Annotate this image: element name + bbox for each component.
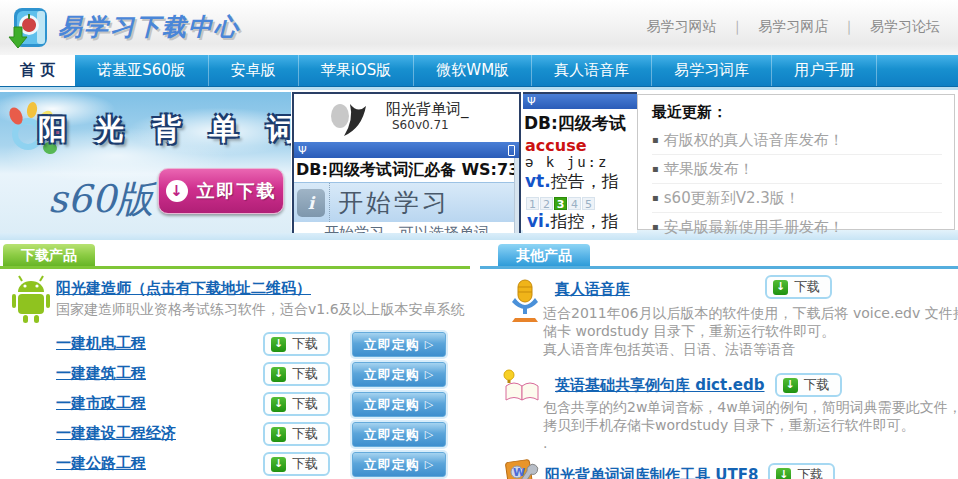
order-now-button[interactable]: 立即定购▷ [352,362,446,387]
download-button[interactable]: ↓下载 [263,452,330,476]
site-title: 易学习下载中心 [58,11,240,43]
download-button[interactable]: ↓下载 [263,392,330,416]
order-label: 立即定购 [364,426,420,444]
example-db-link[interactable]: 英语基础共享例句库 dict.edb [555,376,765,394]
main-nav: 首 页 诺基亚S60版 安卓版 苹果iOS版 微软WM版 真人语音库 易学习词库… [0,55,958,87]
item-link[interactable]: 一建市政工程 [56,394,146,413]
banner-title: 阳 光 背 单 词 [38,110,291,150]
phone2-db-line: DB:四级考试 [523,109,637,137]
download-button[interactable]: ↓下载 [263,332,330,356]
order-now-button[interactable]: 立即定购▷ [352,452,446,477]
tab-downloads[interactable]: 下载产品 [3,244,95,266]
link-website[interactable]: 易学习网站 [647,18,717,34]
update-item[interactable]: ▪有版权的真人语音库发布！ [652,126,942,155]
phone2-meaning-vt: vt.控告，指 [523,170,637,192]
bullet-icon: ▪ [652,192,659,203]
phone-screenshot-2: Ψ DB:四级考试 accuse ə k ju:z vt.控告，指 1 2 3 … [523,92,637,233]
nav-voice-library[interactable]: 真人语音库 [532,55,652,86]
book-lightbulb-icon [500,368,544,404]
product-description: 国家建造师职业资格考试练习软件，适合v1.6及以上版本安卓系统 [56,301,465,319]
order-now-button[interactable]: 立即定购▷ [352,422,446,447]
order-now-button[interactable]: 立即定购▷ [352,392,446,417]
download-arrow-icon: ↓ [271,427,286,442]
update-item[interactable]: ▪s60更新到V2.3版！ [652,184,942,213]
banner-row: 阳 光 背 单 词 s60版 ↓ 立即下载 阳光背单词_ S60v0.71 Ψ … [0,90,958,240]
pos-vi: vi. [527,211,550,231]
phone2-word: accuse [523,137,637,154]
dict-tool-link[interactable]: 阳光背单词词库制作工具 UTF8 [545,466,758,479]
order-label: 立即定购 [364,336,420,354]
order-label: 立即定购 [364,456,420,474]
download-arrow-icon: ↓ [776,468,791,479]
voice-library-link[interactable]: 真人语音库 [555,280,630,298]
download-now-label: 立即下载 [197,179,277,203]
download-button[interactable]: ↓下载 [765,275,832,299]
nav-dictionary[interactable]: 易学习词库 [652,55,772,86]
download-arrow-icon: ↓ [271,397,286,412]
download-button[interactable]: ↓下载 [775,373,842,397]
page-number-active[interactable]: 3 [554,197,567,210]
phone1-statusbar: Ψ [294,142,519,158]
update-text: 苹果版发布！ [664,160,754,178]
update-item[interactable]: ▪苹果版发布！ [652,155,942,184]
download-arrow-icon: ↓ [271,457,286,472]
link-forum[interactable]: 易学习论坛 [870,18,940,34]
nav-home[interactable]: 首 页 [0,55,75,86]
item-link[interactable]: 一建机电工程 [56,334,146,353]
promo-banner[interactable]: 阳 光 背 单 词 s60版 ↓ 立即下载 [0,92,291,233]
download-button[interactable]: ↓下载 [263,362,330,386]
item-link[interactable]: 一建公路工程 [56,454,146,473]
bullet-icon: ▪ [652,221,659,232]
page-number[interactable]: 5 [582,197,595,210]
download-now-button[interactable]: ↓ 立即下载 [158,168,284,214]
page-number[interactable]: 2 [540,197,553,210]
phone2-phonetic: ə k ju:z [523,154,637,170]
download-arrow-icon: ↓ [271,367,286,382]
voice-desc-line: 真人语音库包括英语、日语、法语等语音 [543,340,958,358]
antenna-icon: Ψ [298,144,307,157]
arrow-right-icon: ▷ [425,338,434,351]
phone2-meaning-vi: vi.指控，指 [525,210,618,232]
download-arrow-icon: ↓ [166,180,188,202]
nav-ios[interactable]: 苹果iOS版 [299,55,415,86]
microphone-icon [505,278,545,322]
phone1-menu-sub: 开始学习，可以选择单词 [324,224,519,233]
phone1-header: 阳光背单词_ S60v0.71 [294,94,519,142]
arrow-right-icon: ▷ [425,428,434,441]
update-text: s60更新到V2.3版！ [664,189,800,207]
download-arrow-icon: ↓ [773,280,788,295]
nav-manual[interactable]: 用户手册 [772,55,877,86]
page-number[interactable]: 4 [568,197,581,210]
phone-screenshot-1: 阳光背单词_ S60v0.71 Ψ DB:四级考试词汇必备 WS:7307 i … [292,92,521,233]
tab-others[interactable]: 其他产品 [498,244,590,266]
android-icon [8,274,54,324]
phone1-db-line: DB:四级考试词汇必备 WS:7307 [294,158,519,182]
product-main-link[interactable]: 阳光建造师（点击有下载地址二维码） [56,279,311,297]
phone2-pagination: 1 2 3 4 5 [526,197,596,210]
download-button[interactable]: ↓下载 [263,422,330,446]
download-label: 下载 [292,425,318,443]
order-label: 立即定购 [364,396,420,414]
item-link[interactable]: 一建建设工程经济 [56,424,176,443]
download-row: 一建机电工程 ↓下载 立即定购▷ [0,332,478,358]
order-now-button[interactable]: 立即定购▷ [352,332,446,357]
link-store[interactable]: 易学习网店 [758,18,828,34]
phone1-app-version: S60v0.71 [392,118,449,132]
pos-vt: vt. [525,171,551,191]
update-text: 安卓版最新使用手册发布！ [664,218,844,236]
nav-nokia-s60[interactable]: 诺基亚S60版 [75,55,209,86]
download-arrow-icon: ↓ [271,337,286,352]
bullet-icon: ▪ [652,134,659,145]
update-text: 有版权的真人语音库发布！ [664,131,844,149]
nav-android[interactable]: 安卓版 [209,55,299,86]
item-link[interactable]: 一建建筑工程 [56,364,146,383]
meaning-vi-text: 指控，指 [550,211,618,231]
download-row: 一建公路工程 ↓下载 立即定购▷ [0,452,478,478]
page-number[interactable]: 1 [526,197,539,210]
info-icon: i [297,189,325,217]
recent-updates-panel: 最近更新： ▪有版权的真人语音库发布！ ▪苹果版发布！ ▪s60更新到V2.3版… [637,94,955,230]
download-button[interactable]: ↓下载 [768,463,835,479]
update-item[interactable]: ▪安卓版最新使用手册发布！ [652,213,942,241]
updates-title: 最近更新： [652,103,942,122]
nav-wm[interactable]: 微软WM版 [414,55,532,86]
